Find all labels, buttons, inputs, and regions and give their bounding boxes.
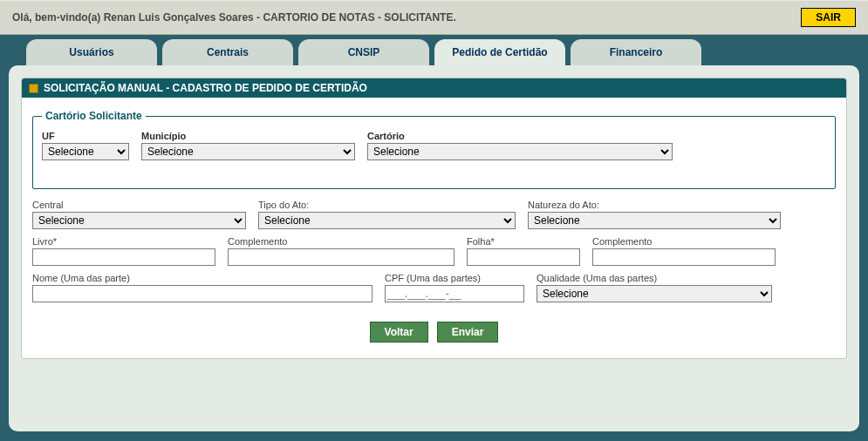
select-natureza-ato[interactable]: Selecione [528,212,781,229]
exit-button[interactable]: SAIR [801,8,856,27]
input-complemento-1[interactable] [228,248,455,266]
panel-title-text: SOLICITAÇÃO MANUAL - CADASTRO DE PEDIDO … [44,82,367,94]
select-qualidade[interactable]: Selecione [537,285,772,302]
select-tipo-ato[interactable]: Selecione [258,212,516,229]
folder-icon [29,84,38,93]
input-complemento-2[interactable] [592,248,776,266]
label-complemento-2: Complemento [592,236,776,247]
app-area: Usuários Centrais CNSIP Pedido de Certid… [0,35,868,440]
panel-box: SOLICITAÇÃO MANUAL - CADASTRO DE PEDIDO … [21,78,847,359]
label-natureza-ato: Natureza do Ato: [528,200,781,210]
input-folha[interactable] [467,248,580,266]
fieldset-solicitante: Cartório Solicitante UF Selecione Municí… [32,110,836,189]
label-municipio: Município [141,131,355,141]
fieldset-legend: Cartório Solicitante [42,110,146,122]
select-central[interactable]: Selecione [32,212,246,229]
label-uf: UF [42,131,129,141]
input-livro[interactable] [32,248,215,266]
topbar: Olá, bem-vindo(a) Renan Luis Gonçalves S… [0,0,868,35]
select-uf[interactable]: Selecione [42,143,129,160]
voltar-button[interactable]: Voltar [370,322,428,343]
tab-pedido-certidao[interactable]: Pedido de Certidão [434,39,565,65]
select-municipio[interactable]: Selecione [141,143,355,160]
label-nome: Nome (Uma das parte) [32,273,372,283]
label-qualidade: Qualidade (Uma das partes) [537,273,772,283]
main-panel: SOLICITAÇÃO MANUAL - CADASTRO DE PEDIDO … [9,65,859,431]
label-central: Central [32,200,246,210]
label-folha: Folha* [467,236,580,247]
label-cartorio: Cartório [367,131,673,141]
label-cpf: CPF (Uma das partes) [385,273,524,283]
action-row: Voltar Enviar [32,322,836,343]
panel-title-bar: SOLICITAÇÃO MANUAL - CADASTRO DE PEDIDO … [22,78,846,98]
label-livro: Livro* [32,236,215,247]
tabs: Usuários Centrais CNSIP Pedido de Certid… [26,39,859,65]
tab-cnsip[interactable]: CNSIP [298,39,429,65]
input-nome[interactable] [32,285,372,302]
tab-usuarios[interactable]: Usuários [26,39,157,65]
tab-financeiro[interactable]: Financeiro [571,39,701,65]
tab-centrais[interactable]: Centrais [162,39,293,65]
input-cpf[interactable] [385,285,524,302]
label-tipo-ato: Tipo do Ato: [258,200,516,210]
select-cartorio[interactable]: Selecione [367,143,673,160]
enviar-button[interactable]: Enviar [437,322,499,343]
label-complemento-1: Complemento [228,236,455,247]
welcome-text: Olá, bem-vindo(a) Renan Luis Gonçalves S… [12,11,456,24]
